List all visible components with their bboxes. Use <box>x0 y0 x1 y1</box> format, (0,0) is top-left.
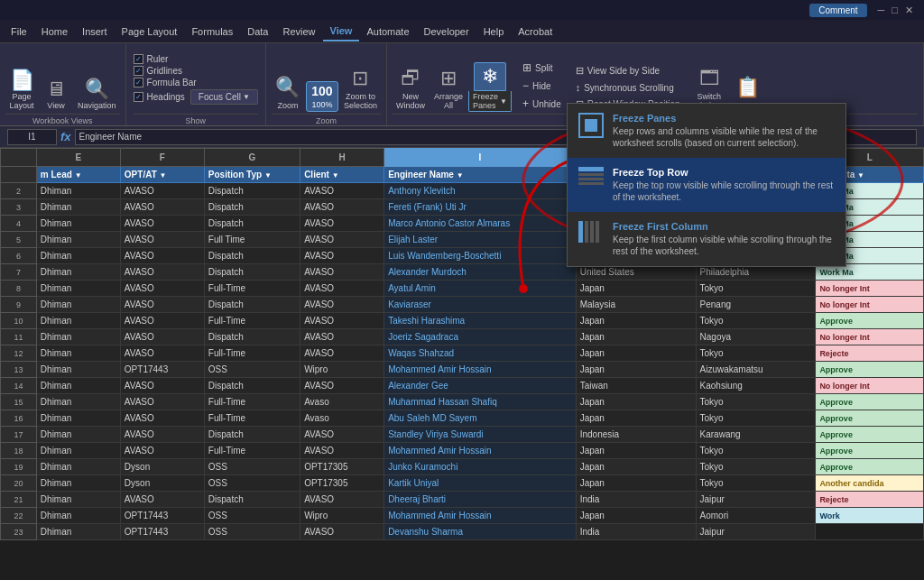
table-cell[interactable]: Approve <box>816 443 924 459</box>
table-cell[interactable]: AVASO <box>300 232 384 248</box>
table-cell[interactable]: Takeshi Harashima <box>384 313 577 329</box>
table-cell[interactable]: Aomori <box>696 508 816 524</box>
table-cell[interactable]: Malaysia <box>576 297 696 313</box>
table-cell[interactable]: Dhiman <box>36 232 120 248</box>
table-cell[interactable]: Tokyo <box>696 410 816 427</box>
table-cell[interactable]: Approve <box>816 313 924 329</box>
table-cell[interactable]: OPT17305 <box>300 475 384 492</box>
table-cell[interactable]: Junko Kuramochi <box>384 459 577 475</box>
table-cell[interactable]: Avaso <box>300 410 384 427</box>
table-cell[interactable]: No longer Int <box>816 378 924 394</box>
tab-formulas[interactable]: Formulas <box>184 23 240 41</box>
table-cell[interactable]: Wipro <box>300 362 384 378</box>
table-cell[interactable]: Luis Wandemberg-Boschetti <box>384 248 577 264</box>
table-cell[interactable]: Tokyo <box>696 313 816 329</box>
table-cell[interactable]: Tokyo <box>696 475 816 492</box>
minimize-btn[interactable]: ─ <box>878 5 885 15</box>
table-cell[interactable]: Japan <box>576 475 696 492</box>
table-cell[interactable]: Jaipur <box>696 524 816 540</box>
table-cell[interactable]: Full-Time <box>204 410 300 427</box>
table-cell[interactable]: Dispatch <box>204 427 300 443</box>
table-cell[interactable]: Devanshu Sharma <box>384 524 577 540</box>
table-cell[interactable]: Approve <box>816 362 924 378</box>
table-cell[interactable]: Tokyo <box>696 394 816 410</box>
tab-help[interactable]: Help <box>476 23 512 41</box>
table-cell[interactable]: Dhiman <box>36 183 120 199</box>
focus-cell-btn[interactable]: Focus Cell▼ <box>190 89 258 105</box>
header-team-lead[interactable]: m Lead ▼ <box>36 167 120 183</box>
table-cell[interactable]: Dyson <box>120 475 204 492</box>
table-cell[interactable]: Tokyo <box>696 281 816 297</box>
name-box[interactable] <box>7 129 57 145</box>
table-cell[interactable]: Mohammed Amir Hossain <box>384 362 577 378</box>
table-cell[interactable]: OSS <box>204 459 300 475</box>
header-engineer[interactable]: Engineer Name ▼ <box>384 167 577 183</box>
table-cell[interactable]: Japan <box>576 508 696 524</box>
tab-automate[interactable]: Automate <box>359 23 416 41</box>
table-cell[interactable]: Kaviaraser <box>384 297 577 313</box>
unhide-btn[interactable]: + Unhide <box>517 96 567 112</box>
headings-checkbox[interactable]: Headings <box>134 89 185 105</box>
table-cell[interactable]: Approve <box>816 459 924 475</box>
table-cell[interactable]: Full-Time <box>204 313 300 329</box>
table-cell[interactable]: Anthony Klevitch <box>384 183 577 199</box>
table-cell[interactable]: Taiwan <box>576 378 696 394</box>
table-cell[interactable]: Tokyo <box>696 345 816 362</box>
table-cell[interactable]: AVASO <box>300 183 384 199</box>
table-cell[interactable]: Japan <box>576 443 696 459</box>
zoom-selection-btn[interactable]: ⊡ Zoom toSelection <box>340 65 381 112</box>
table-cell[interactable]: AVASO <box>120 410 204 427</box>
table-cell[interactable]: Dhiman <box>36 264 120 281</box>
table-cell[interactable]: AVASO <box>300 281 384 297</box>
table-cell[interactable]: Kaohsiung <box>696 378 816 394</box>
table-cell[interactable]: Work <box>816 508 924 524</box>
table-cell[interactable]: Dhiman <box>36 199 120 216</box>
page-layout-btn[interactable]: 📄 PageLayout <box>5 69 38 112</box>
table-cell[interactable]: Dhiman <box>36 281 120 297</box>
table-cell[interactable]: Dyson <box>120 459 204 475</box>
formula-bar-checkbox[interactable]: Formula Bar <box>134 78 258 87</box>
table-cell[interactable]: Muhammad Hassan Shafiq <box>384 394 577 410</box>
table-cell[interactable]: Dispatch <box>204 264 300 281</box>
table-cell[interactable]: AVASO <box>120 378 204 394</box>
table-cell[interactable]: AVASO <box>300 443 384 459</box>
table-cell[interactable]: OPT17443 <box>120 362 204 378</box>
table-cell[interactable]: OSS <box>204 475 300 492</box>
tab-home[interactable]: Home <box>34 23 75 41</box>
custom-views-btn[interactable]: 🖥 View <box>40 78 72 112</box>
table-cell[interactable]: Japan <box>576 459 696 475</box>
table-cell[interactable]: Dispatch <box>204 492 300 508</box>
table-cell[interactable]: AVASO <box>120 492 204 508</box>
ruler-checkbox[interactable]: Ruler <box>134 54 258 64</box>
table-cell[interactable]: Aizuwakamatsu <box>696 362 816 378</box>
table-cell[interactable]: Full-Time <box>204 281 300 297</box>
table-cell[interactable]: AVASO <box>120 443 204 459</box>
header-opt[interactable]: OPT/AT ▼ <box>120 167 204 183</box>
table-cell[interactable]: AVASO <box>300 264 384 281</box>
maximize-btn[interactable]: □ <box>892 5 898 15</box>
table-cell[interactable]: AVASO <box>120 264 204 281</box>
zoom-100-btn[interactable]: 100 100% <box>306 81 338 112</box>
table-cell[interactable]: Approve <box>816 394 924 410</box>
table-cell[interactable]: Avaso <box>300 394 384 410</box>
table-cell[interactable]: Dhiman <box>36 524 120 540</box>
header-position[interactable]: Position Typ ▼ <box>204 167 300 183</box>
table-cell[interactable]: Dhiman <box>36 443 120 459</box>
tab-page-layout[interactable]: Page Layout <box>115 23 185 41</box>
table-cell[interactable]: Dhiman <box>36 475 120 492</box>
table-cell[interactable]: Dhiman <box>36 329 120 345</box>
table-cell[interactable]: Elijah Laster <box>384 232 577 248</box>
new-window-btn[interactable]: 🗗 NewWindow <box>393 65 429 112</box>
table-cell[interactable]: Another candida <box>816 475 924 492</box>
table-cell[interactable]: Japan <box>576 313 696 329</box>
table-cell[interactable]: AVASO <box>120 313 204 329</box>
tab-view[interactable]: View <box>323 22 360 41</box>
synchronous-scrolling-btn[interactable]: ↕ Synchronous Scrolling <box>572 80 684 95</box>
table-cell[interactable]: AVASO <box>300 313 384 329</box>
gridlines-checkbox[interactable]: Gridlines <box>134 66 258 76</box>
freeze-panes-item[interactable]: Freeze Panes Keep rows and columns visib… <box>568 104 845 158</box>
table-cell[interactable]: AVASO <box>120 216 204 232</box>
table-cell[interactable]: AVASO <box>300 427 384 443</box>
table-cell[interactable]: Approve <box>816 427 924 443</box>
table-cell[interactable]: AVASO <box>300 216 384 232</box>
